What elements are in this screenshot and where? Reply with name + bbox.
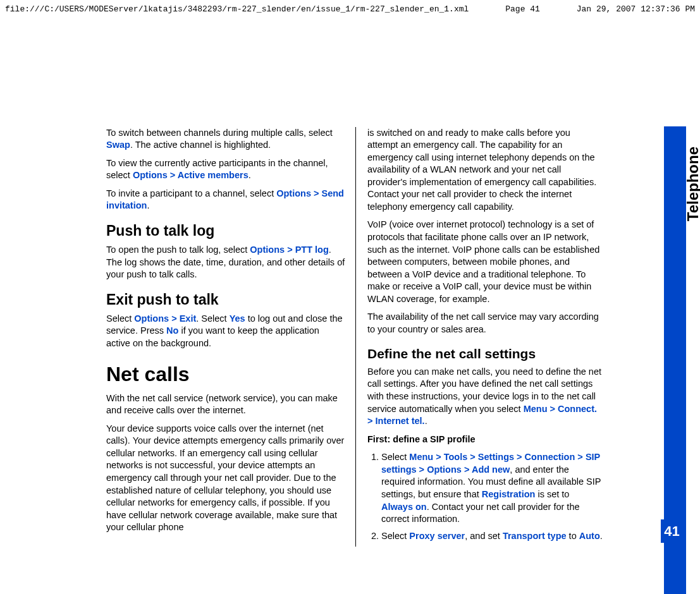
page-content: To switch between channels during multip… [0,16,700,547]
link-active-members: Active members [178,170,249,180]
text: . [249,170,251,180]
text: . [600,531,603,541]
page-indicator: Page 41 [505,4,540,15]
paragraph: VoIP (voice over internet protocol) tech… [367,219,603,305]
link-settings: Settings [478,452,514,462]
separator-icon: > [311,188,322,198]
link-always-on: Always on [381,502,427,512]
link-exit: Exit [180,313,197,324]
left-column: To switch between channels during multip… [106,127,356,547]
right-column: is switched on and ready to make calls b… [356,127,615,547]
paragraph: Your device supports voice calls over th… [106,423,345,534]
text: Select [106,313,134,324]
header-bar: file:///C:/USERS/MODEServer/lkatajis/348… [0,0,700,16]
separator-icon: > [417,464,427,475]
separator-icon: > [433,452,444,462]
text: is set to [535,489,569,499]
text: Select [381,531,409,541]
link-add-new: Add new [472,464,510,475]
link-tools: Tools [444,452,468,462]
separator-icon: > [367,416,376,426]
link-transport-type: Transport type [503,531,567,541]
link-options: Options [427,464,462,475]
paragraph: To view the currently active participant… [106,157,345,182]
link-swap: Swap [106,140,130,150]
list-item: Select Menu > Tools > Settings > Connect… [381,451,603,525]
subheading-sip-profile: First: define a SIP profile [367,433,603,446]
text: To open the push to talk log, select [106,245,250,255]
link-options: Options [250,245,285,255]
text: . The active channel is highlighted. [130,140,271,150]
columns: To switch between channels during multip… [106,127,639,547]
link-connection: Connection [525,452,575,462]
separator-icon: > [168,170,178,180]
text: To switch between channels during multip… [106,128,333,138]
list-item: Select Proxy server, and set Transport t… [381,530,603,543]
link-ptt-log: PTT log [295,245,329,255]
text: To invite a participant to a channel, se… [106,188,276,198]
separator-icon: > [462,464,472,475]
page-number: 41 [661,519,683,543]
link-registration: Registration [482,489,536,499]
heading-ptt-log: Push to talk log [106,221,345,241]
link-connect: Connect. [558,404,597,414]
heading-define-net-call: Define the net call settings [367,345,603,363]
separator-icon: > [467,452,478,462]
separator-icon: > [575,452,586,462]
link-menu: Menu [524,404,548,414]
text: . Select [196,313,229,324]
separator-icon: > [285,245,295,255]
timestamp: Jan 29, 2007 12:37:36 PM [577,4,695,15]
text: to [567,531,579,541]
paragraph: Before you can make net calls, you need … [367,366,603,428]
link-options: Options [276,188,311,198]
separator-icon: > [547,404,558,414]
paragraph: With the net call service (network servi… [106,392,345,417]
text: , and set [465,531,503,541]
paragraph: To invite a participant to a channel, se… [106,188,345,212]
link-options: Options [134,313,169,324]
link-no: No [166,325,178,336]
heading-net-calls: Net calls [106,361,345,388]
file-path: file:///C:/USERS/MODEServer/lkatajis/348… [5,4,469,15]
link-menu: Menu [409,452,433,462]
text: . [147,200,149,210]
heading-exit-ptt: Exit push to talk [106,290,345,310]
paragraph: To switch between channels during multip… [106,127,345,152]
link-internet-tel: Internet tel. [376,416,425,426]
link-auto: Auto [579,531,600,541]
separator-icon: > [514,452,525,462]
text: Select [381,452,409,462]
paragraph: The availability of the net call service… [367,311,603,336]
separator-icon: > [169,313,180,324]
link-proxy-server: Proxy server [409,531,465,541]
paragraph: is switched on and ready to make calls b… [367,127,603,214]
paragraph: To open the push to talk log, select Opt… [106,244,345,281]
paragraph: Select Options > Exit. Select Yes to log… [106,313,345,350]
text: . [425,416,427,426]
link-yes: Yes [230,313,245,324]
link-options: Options [133,170,168,180]
ordered-list: Select Menu > Tools > Settings > Connect… [367,451,603,542]
